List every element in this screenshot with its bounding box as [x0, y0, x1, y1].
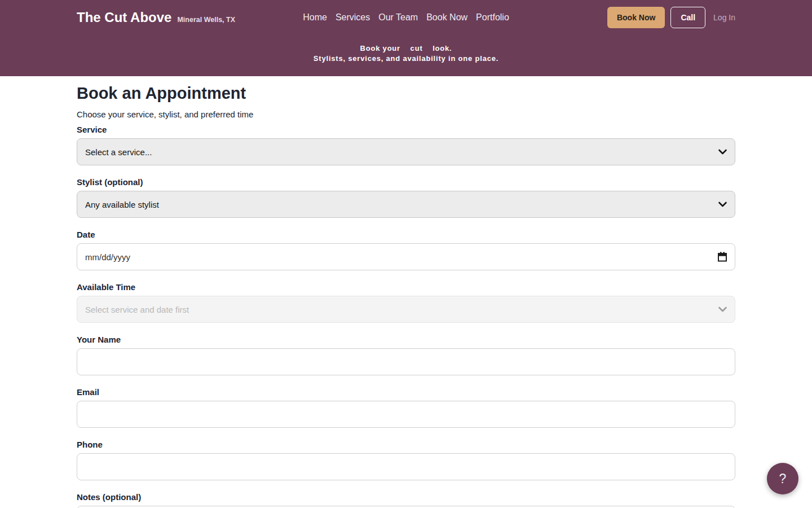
booking-page: The Cut Above Mineral Wells, TX Home Ser… — [0, 0, 812, 508]
nav-item-our-team[interactable]: Our Team — [378, 12, 418, 23]
nav-item-book-now[interactable]: Book Now — [426, 12, 467, 23]
service-select[interactable]: Select a service... — [77, 138, 735, 165]
email-label: Email — [77, 387, 735, 397]
tagline-line-2: Stylists, services, and availability in … — [77, 54, 735, 64]
page-subtitle: Choose your service, stylist, and prefer… — [77, 110, 735, 119]
help-button[interactable]: ? — [767, 463, 798, 494]
question-mark-icon: ? — [779, 471, 787, 487]
date-label: Date — [77, 230, 735, 239]
brand: The Cut Above Mineral Wells, TX — [77, 10, 303, 25]
service-field-group: Service Select a service... — [77, 125, 735, 165]
phone-field-group: Phone — [77, 440, 735, 480]
main-nav: Home Services Our Team Book Now Portfoli… — [303, 12, 509, 23]
booking-form: Service Select a service... Stylist (opt… — [77, 125, 735, 508]
time-label: Available Time — [77, 282, 735, 292]
nav-item-services[interactable]: Services — [336, 12, 370, 23]
brand-location: Mineral Wells, TX — [177, 16, 235, 24]
notes-label: Notes (optional) — [77, 492, 735, 502]
phone-label: Phone — [77, 440, 735, 449]
call-button[interactable]: Call — [670, 7, 705, 28]
booking-form-section: Book an Appointment Choose your service,… — [77, 76, 735, 508]
available-time-select[interactable]: Select service and date first — [77, 296, 735, 323]
date-field-group: Date — [77, 230, 735, 270]
name-input[interactable] — [77, 348, 735, 375]
time-field-group: Available Time Select service and date f… — [77, 282, 735, 323]
nav-item-portfolio[interactable]: Portfolio — [476, 12, 509, 23]
name-field-group: Your Name — [77, 335, 735, 375]
stylist-field-group: Stylist (optional) Any available stylist — [77, 177, 735, 218]
header-actions: Book Now Call Log In — [607, 7, 735, 28]
brand-name: The Cut Above — [77, 10, 171, 25]
site-header: The Cut Above Mineral Wells, TX Home Ser… — [0, 0, 812, 76]
tagline-line-1: Book your cut look. — [77, 43, 735, 54]
tagline: Book your cut look. Stylists, services, … — [77, 43, 735, 64]
log-in-link[interactable]: Log In — [713, 13, 735, 22]
navbar: The Cut Above Mineral Wells, TX Home Ser… — [77, 7, 735, 28]
name-label: Your Name — [77, 335, 735, 344]
stylist-select[interactable]: Any available stylist — [77, 191, 735, 218]
phone-input[interactable] — [77, 453, 735, 480]
calendar-icon[interactable] — [717, 252, 727, 262]
notes-textarea[interactable] — [77, 506, 735, 508]
date-input[interactable] — [77, 243, 735, 270]
book-now-button[interactable]: Book Now — [607, 7, 665, 28]
notes-field-group: Notes (optional) — [77, 492, 735, 508]
service-label: Service — [77, 125, 735, 134]
email-input[interactable] — [77, 401, 735, 428]
email-field-group: Email — [77, 387, 735, 428]
stylist-label: Stylist (optional) — [77, 177, 735, 187]
page-title: Book an Appointment — [77, 84, 735, 103]
nav-item-home[interactable]: Home — [303, 12, 327, 23]
